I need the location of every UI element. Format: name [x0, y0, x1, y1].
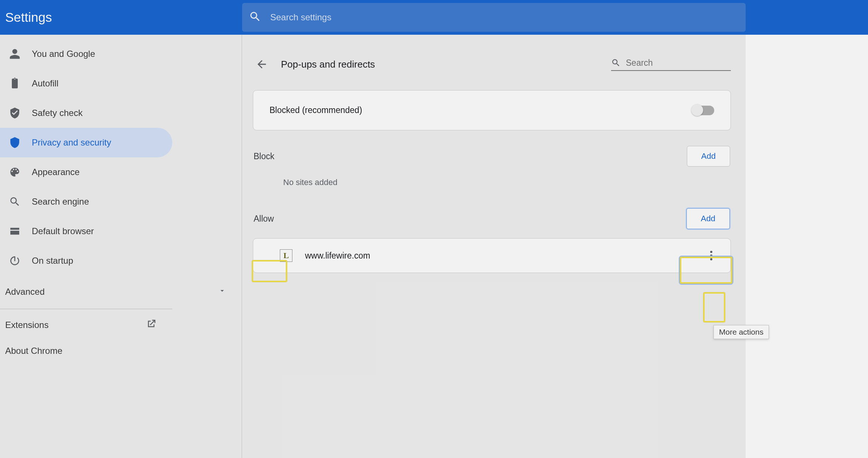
browser-icon	[4, 225, 25, 237]
sidebar-item-label: Privacy and security	[32, 137, 111, 148]
blocked-toggle[interactable]	[692, 106, 714, 115]
sidebar-item-label: Default browser	[32, 226, 94, 236]
power-icon	[4, 255, 25, 267]
svg-point-1	[710, 254, 712, 257]
sidebar-item-autofill[interactable]: Autofill	[0, 69, 172, 98]
divider	[0, 309, 172, 309]
settings-search[interactable]	[242, 3, 746, 32]
allow-add-button[interactable]: Add	[686, 208, 730, 229]
more-actions-tooltip: More actions	[713, 325, 769, 339]
sidebar-item-label: Appearance	[32, 167, 79, 177]
app-title: Settings	[0, 10, 242, 25]
block-section-title: Block	[254, 151, 274, 161]
site-more-actions-button[interactable]	[703, 247, 719, 264]
sidebar-link-label: About Chrome	[5, 346, 62, 356]
page-search-input[interactable]	[626, 58, 722, 68]
search-icon	[611, 58, 621, 68]
sidebar-about-chrome[interactable]: About Chrome	[0, 338, 172, 364]
site-url: www.lifewire.com	[305, 251, 703, 261]
clipboard-icon	[4, 78, 25, 89]
allow-section-title: Allow	[254, 214, 274, 224]
sidebar-item-search-engine[interactable]: Search engine	[0, 187, 172, 216]
sidebar-item-you-and-google[interactable]: You and Google	[0, 39, 172, 69]
main-content: Pop-ups and redirects Blocked (recommend…	[243, 35, 746, 458]
chevron-down-icon	[218, 287, 226, 297]
person-icon	[4, 48, 25, 60]
toolbar: Settings	[0, 0, 746, 35]
page-title: Pop-ups and redirects	[281, 59, 611, 70]
svg-point-2	[710, 258, 712, 260]
sidebar-item-appearance[interactable]: Appearance	[0, 157, 172, 187]
sidebar-item-label: You and Google	[32, 49, 95, 59]
sidebar-link-label: Extensions	[5, 320, 48, 330]
settings-search-input[interactable]	[270, 12, 677, 23]
shield-icon	[4, 137, 25, 148]
search-icon	[249, 10, 261, 24]
search-icon	[4, 196, 25, 208]
palette-icon	[4, 166, 25, 178]
sidebar-item-safety-check[interactable]: Safety check	[0, 98, 172, 128]
shield-check-icon	[4, 107, 25, 119]
sidebar-item-default-browser[interactable]: Default browser	[0, 216, 172, 246]
sidebar-advanced[interactable]: Advanced	[0, 278, 242, 306]
sidebar-advanced-label: Advanced	[5, 287, 45, 297]
sidebar-item-privacy-and-security[interactable]: Privacy and security	[0, 128, 172, 157]
sidebar-item-label: On startup	[32, 256, 73, 266]
sidebar-item-label: Safety check	[32, 108, 82, 118]
sidebar: You and Google Autofill Safety check Pri…	[0, 35, 242, 458]
sidebar-item-label: Autofill	[32, 78, 58, 89]
site-favicon: L	[280, 249, 292, 262]
toolbar-right	[746, 0, 868, 35]
block-empty-label: No sites added	[253, 167, 731, 187]
allow-site-row: L www.lifewire.com	[253, 238, 731, 273]
block-add-button[interactable]: Add	[687, 146, 730, 167]
svg-point-0	[710, 251, 712, 253]
sidebar-extensions[interactable]: Extensions	[0, 312, 172, 338]
open-external-icon	[146, 318, 157, 332]
page-search[interactable]	[611, 58, 731, 71]
back-button[interactable]	[253, 55, 271, 73]
sidebar-item-on-startup[interactable]: On startup	[0, 246, 172, 276]
sidebar-item-label: Search engine	[32, 196, 89, 207]
blocked-recommended-label: Blocked (recommended)	[269, 105, 362, 115]
